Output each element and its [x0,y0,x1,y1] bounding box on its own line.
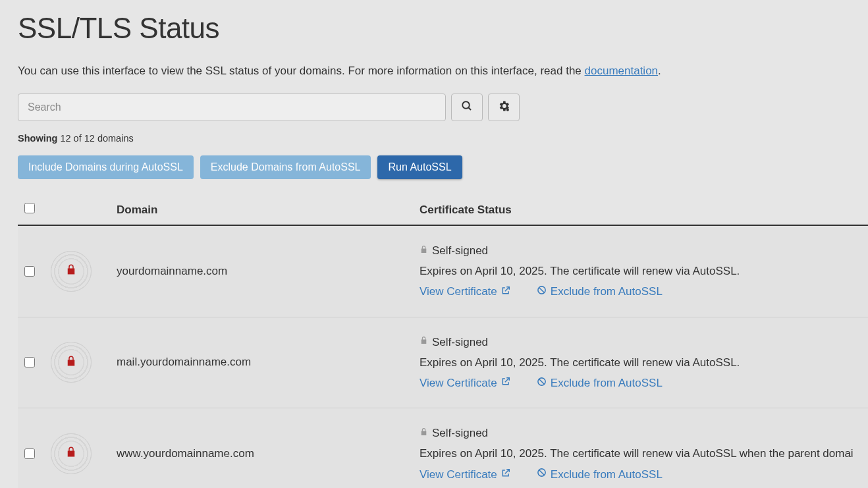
svg-line-4 [539,287,544,292]
lock-cell [51,433,117,474]
ban-icon [537,375,547,391]
expires-text: Expires on April 10, 2025. The certifica… [420,354,868,371]
exclude-autossl-link[interactable]: Exclude from AutoSSL [537,283,663,300]
action-buttons: Include Domains during AutoSSL Exclude D… [18,155,868,179]
row-check-cell [18,357,51,367]
svg-line-1 [468,107,471,110]
description-suffix: . [658,65,661,77]
expires-text: Expires on April 10, 2025. The certifica… [420,445,868,462]
certificate-status: Self-signed Expires on April 10, 2025. T… [420,333,868,393]
lock-cell [51,342,117,383]
exclude-domains-button[interactable]: Exclude Domains from AutoSSL [200,155,371,179]
svg-line-8 [539,470,544,475]
search-input[interactable] [18,94,446,121]
domains-table: Domain Certificate Status yourdomainname… [18,196,868,488]
lock-icon [65,354,77,371]
small-lock-icon [420,425,428,441]
status-type: Self-signed [432,333,488,351]
view-certificate-text: View Certificate [420,283,497,300]
external-link-icon [501,467,510,481]
status-header: Certificate Status [420,203,868,217]
domain-name: mail.yourdomainname.com [117,356,420,369]
page-title: SSL/TLS Status [18,12,868,45]
certificate-status: Self-signed Expires on April 10, 2025. T… [420,242,868,301]
ban-icon [537,284,547,300]
expires-text: Expires on April 10, 2025. The certifica… [420,262,868,280]
run-autossl-button[interactable]: Run AutoSSL [377,155,462,179]
lock-status-icon [51,433,92,474]
row-checkbox[interactable] [24,448,35,459]
showing-count: Showing 12 of 12 domains [18,133,868,144]
search-icon [461,100,473,115]
gear-icon [497,99,510,116]
small-lock-icon [420,334,428,350]
exclude-autossl-link[interactable]: Exclude from AutoSSL [537,374,663,392]
ban-icon [537,466,547,482]
row-check-cell [18,448,51,459]
search-button[interactable] [451,94,483,121]
row-checkbox[interactable] [24,357,35,367]
table-row: mail.yourdomainname.com Self-signed Expi… [18,317,868,409]
view-certificate-text: View Certificate [420,374,497,392]
lock-status-icon [51,251,92,292]
exclude-autossl-text: Exclude from AutoSSL [551,283,663,300]
page-description: You can use this interface to view the S… [18,65,868,78]
documentation-link[interactable]: documentation [585,65,659,77]
showing-value: 12 of 12 domains [60,133,133,144]
table-header: Domain Certificate Status [18,196,868,226]
row-check-cell [18,266,51,277]
status-type: Self-signed [432,242,488,259]
include-domains-button[interactable]: Include Domains during AutoSSL [18,155,194,179]
svg-point-0 [462,101,470,109]
certificate-status: Self-signed Expires on April 10, 2025. T… [420,424,868,483]
lock-icon [65,445,77,462]
settings-button[interactable] [488,94,520,121]
svg-point-2 [506,108,509,111]
showing-label: Showing [18,133,57,144]
lock-status-icon [51,342,92,383]
view-certificate-link[interactable]: View Certificate [420,374,510,392]
description-text: You can use this interface to view the S… [18,65,585,77]
row-checkbox[interactable] [24,266,35,277]
lock-cell [51,251,117,292]
view-certificate-link[interactable]: View Certificate [420,283,510,300]
domain-name: www.yourdomainname.com [117,447,420,460]
table-row: www.yourdomainname.com Self-signed Expir… [18,408,868,488]
exclude-autossl-text: Exclude from AutoSSL [551,374,663,392]
view-certificate-text: View Certificate [420,466,497,483]
domain-header: Domain [117,203,420,217]
svg-line-6 [539,379,544,384]
exclude-autossl-text: Exclude from AutoSSL [551,466,663,483]
domain-name: yourdomainname.com [117,265,420,278]
select-all-header [18,203,51,217]
select-all-checkbox[interactable] [24,203,35,213]
external-link-icon [501,285,510,299]
table-row: yourdomainname.com Self-signed Expires o… [18,226,868,317]
status-type: Self-signed [432,424,488,442]
exclude-autossl-link[interactable]: Exclude from AutoSSL [537,466,663,483]
external-link-icon [501,375,510,390]
small-lock-icon [420,243,428,259]
view-certificate-link[interactable]: View Certificate [420,466,510,483]
search-row [18,94,868,121]
lock-icon [65,263,77,279]
